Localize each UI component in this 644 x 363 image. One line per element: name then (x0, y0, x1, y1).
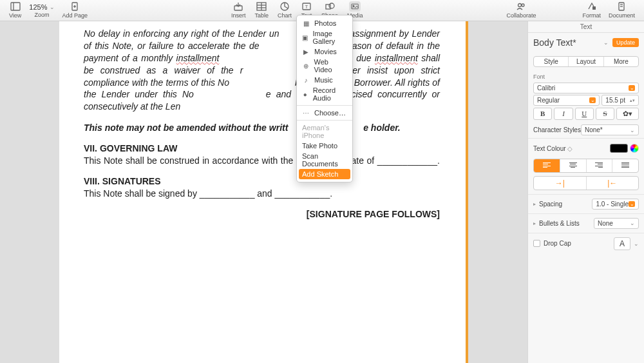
segment-layout[interactable]: Layout (569, 57, 603, 66)
document-page[interactable]: No delay in enforcing any right of the L… (59, 21, 468, 363)
collaborate-button[interactable]: Collaborate (502, 1, 540, 19)
view-menu[interactable]: View (5, 1, 25, 19)
bullets-select[interactable]: None⌄ (594, 218, 639, 229)
outdent-button[interactable]: →| (534, 177, 587, 190)
table-button[interactable]: Table (251, 1, 272, 19)
menu-add-sketch[interactable]: Add Sketch (299, 169, 350, 179)
format-button[interactable]: Format (578, 1, 605, 19)
text-icon: T (301, 1, 312, 12)
web-video-icon: ⊕ (302, 63, 310, 70)
document-button[interactable]: Document (605, 1, 639, 19)
inspector-tab-text[interactable]: Text (528, 21, 644, 33)
spacing-select[interactable]: 1.0 - Single⌄ (592, 199, 639, 210)
text-color-swatch[interactable] (610, 144, 628, 153)
menu-music[interactable]: ♪Music (297, 75, 352, 85)
add-page-icon (69, 1, 80, 12)
dropcap-checkbox[interactable] (533, 240, 540, 247)
menu-image-gallery[interactable]: ▣Image Gallery (297, 28, 352, 46)
add-page-button[interactable]: Add Page (59, 1, 92, 19)
insert-icon (232, 1, 244, 12)
svg-point-18 (518, 4, 522, 7)
disclosure-arrow-icon[interactable]: ▸ (533, 201, 536, 207)
paragraph-amendment[interactable]: This note may not be amended without the… (84, 122, 440, 134)
segment-more[interactable]: More (604, 57, 638, 66)
table-icon (256, 1, 267, 12)
underline-button[interactable]: U (575, 108, 594, 120)
segment-style[interactable]: Style (534, 57, 569, 66)
chart-icon (279, 1, 290, 12)
text-align-segment (533, 159, 639, 173)
spacing-label: Spacing (539, 201, 589, 208)
text-options-button[interactable]: ✿▾ (616, 108, 639, 120)
font-weight-select[interactable]: Regular⌄ (533, 95, 600, 106)
paragraph-style-name[interactable]: Body Text* (533, 37, 600, 48)
menu-take-photo[interactable]: Take Photo (297, 141, 352, 151)
svg-text:T: T (305, 4, 308, 10)
chevron-down-icon: ⌄ (630, 220, 635, 226)
menu-record-audio[interactable]: ●Record Audio (297, 85, 352, 103)
paragraph-signed-by[interactable]: This Note shall be signed by ___________… (84, 188, 440, 200)
media-icon (349, 1, 361, 12)
insert-button[interactable]: Insert (227, 1, 250, 19)
align-right-button[interactable] (587, 159, 613, 172)
dropcap-style-button[interactable]: A (614, 237, 630, 250)
document-icon (616, 1, 627, 12)
dropdown-arrow-icon: ⌄ (589, 97, 596, 103)
font-family-select[interactable]: Calibri⌄ (533, 83, 639, 93)
menu-photos[interactable]: ▦Photos (297, 18, 352, 28)
svg-rect-20 (592, 6, 596, 10)
menu-movies[interactable]: ▶Movies (297, 46, 352, 57)
dropcap-label: Drop Cap (544, 240, 611, 247)
color-wheel-button[interactable] (630, 144, 639, 153)
signature-page-follows[interactable]: [SIGNATURE PAGE FOLLOWS] (84, 209, 440, 219)
collaborate-icon (515, 1, 527, 12)
dropdown-arrow-icon: ⌄ (629, 85, 635, 91)
gallery-icon: ▣ (302, 34, 308, 41)
menu-scan-documents[interactable]: Scan Documents (297, 151, 352, 169)
shape-icon (324, 1, 336, 12)
svg-point-15 (329, 3, 334, 8)
menu-separator (297, 105, 352, 106)
ellipsis-icon: ⋯ (302, 110, 310, 117)
italic-button[interactable]: I (554, 108, 573, 120)
menu-web-video[interactable]: ⊕Web Video (297, 57, 352, 75)
menu-iphone-header: Aeman's iPhone (297, 123, 352, 141)
update-style-button[interactable]: Update (612, 38, 639, 47)
document-canvas[interactable]: No delay in enforcing any right of the L… (0, 21, 527, 363)
chevron-down-icon[interactable]: ⌄ (603, 39, 609, 46)
sidebar-icon (10, 1, 21, 12)
heading-governing-law[interactable]: VII. GOVERNING LAW (84, 143, 440, 153)
chevron-down-icon[interactable]: ⌄ (634, 240, 639, 247)
photos-icon: ▦ (302, 20, 310, 27)
chevron-down-icon: ⌄ (50, 4, 55, 10)
stepper-icon: ◇ (567, 145, 573, 152)
mic-icon: ● (302, 91, 308, 98)
svg-point-19 (522, 4, 524, 6)
spellcheck-installment-1[interactable]: installment (176, 53, 220, 63)
chart-button[interactable]: Chart (274, 1, 296, 19)
media-dropdown: ▦Photos ▣Image Gallery ▶Movies ⊕Web Vide… (296, 15, 353, 182)
music-icon: ♪ (302, 77, 310, 84)
text-colour-label: Text Colour (533, 145, 566, 152)
character-styles-select[interactable]: None*⌄ (581, 124, 639, 135)
zoom-control[interactable]: 125%⌄ Zoom (25, 2, 58, 18)
heading-signatures[interactable]: VIII. SIGNATURES (84, 176, 440, 186)
spellcheck-installment-2[interactable]: installment (375, 53, 418, 63)
inspector-segment: Style Layout More (533, 56, 639, 67)
paragraph-waiver[interactable]: No delay in enforcing any right of the L… (84, 28, 440, 113)
disclosure-arrow-icon[interactable]: ▸ (533, 221, 536, 226)
paragraph-governing[interactable]: This Note shall be construed in accordan… (84, 155, 440, 167)
bullets-label: Bullets & Lists (539, 220, 591, 227)
menu-choose[interactable]: ⋯Choose… (297, 108, 352, 118)
align-center-button[interactable] (560, 159, 587, 172)
font-size-stepper[interactable]: 15.5 pt▴▾ (601, 95, 639, 106)
format-icon (586, 1, 598, 12)
strikethrough-button[interactable]: S (596, 108, 614, 120)
align-justify-button[interactable] (612, 159, 638, 172)
bold-button[interactable]: B (533, 108, 552, 120)
indent-button[interactable]: |← (587, 177, 639, 190)
font-section-label: Font (528, 71, 644, 81)
align-left-button[interactable] (534, 159, 560, 172)
dropdown-arrow-icon: ⌄ (629, 201, 635, 207)
chevron-down-icon: ⌄ (630, 127, 635, 133)
